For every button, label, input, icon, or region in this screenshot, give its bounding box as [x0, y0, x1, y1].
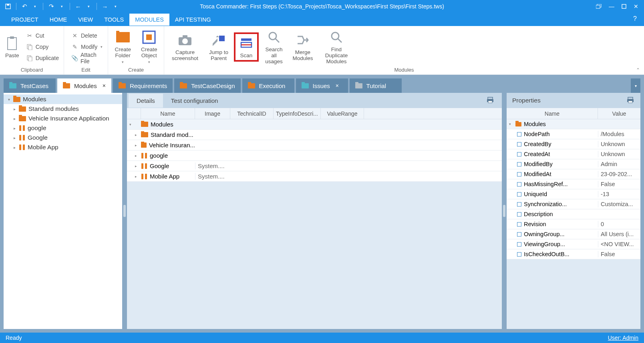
- create-folder-button[interactable]: Create Folder ▾: [111, 28, 135, 66]
- back-dropdown-icon[interactable]: ▾: [85, 2, 93, 10]
- paste-button[interactable]: Paste: [2, 34, 22, 60]
- redo-dropdown-icon[interactable]: ▾: [58, 2, 66, 10]
- print-icon[interactable]: [627, 97, 634, 103]
- tree-item[interactable]: ▸google: [4, 123, 122, 133]
- cut-button[interactable]: ✂Cut: [24, 30, 61, 41]
- tab-issues[interactable]: Issues×: [296, 78, 348, 93]
- redo-icon[interactable]: ↷: [47, 2, 55, 10]
- tab-requirements[interactable]: Requirements: [113, 78, 173, 93]
- expander-icon[interactable]: ▸: [12, 136, 16, 140]
- tab-testcasedesign[interactable]: TestCaseDesign: [174, 78, 240, 93]
- property-row[interactable]: IsCheckedOutB...False: [507, 249, 640, 259]
- grid-row[interactable]: ▸Vehicle Insuran...: [127, 140, 502, 150]
- tree-item[interactable]: ▸Standard modules: [4, 104, 122, 114]
- close-icon[interactable]: ✕: [634, 3, 638, 10]
- property-row[interactable]: OwningGroup...All Users (i...: [507, 229, 640, 239]
- tab-modules[interactable]: Modules×: [57, 78, 111, 93]
- menu-api-testing[interactable]: API TESTING: [169, 14, 217, 26]
- print-icon[interactable]: [487, 97, 494, 103]
- property-row[interactable]: NodePath/Modules: [507, 129, 640, 139]
- tree-item[interactable]: ▾Modules: [4, 94, 122, 104]
- tab-testcases[interactable]: TestCases: [4, 78, 56, 93]
- col-technicalid[interactable]: TechnicalID: [230, 108, 274, 119]
- splitter-right[interactable]: [502, 93, 507, 329]
- expander-icon[interactable]: ▸: [12, 126, 16, 130]
- col-typeinfo[interactable]: TypeInfoDescri...: [274, 108, 321, 119]
- tab-details[interactable]: Details: [129, 94, 163, 108]
- expander-icon[interactable]: ▸: [135, 175, 138, 179]
- collapse-ribbon-icon[interactable]: ⌃: [636, 67, 640, 73]
- col-valuerange[interactable]: ValueRange: [321, 108, 364, 119]
- merge-modules-button[interactable]: Merge Modules: [289, 31, 316, 63]
- grid-row[interactable]: ▸GoogleSystem....: [127, 161, 502, 171]
- tab-execution[interactable]: Execution: [242, 78, 294, 93]
- property-row[interactable]: HasMissingRef...False: [507, 179, 640, 189]
- search-all-usages-button[interactable]: Search all usages: [260, 28, 288, 66]
- menu-tools[interactable]: TOOLS: [99, 14, 129, 26]
- property-row[interactable]: Synchronizatio...Customiza...: [507, 199, 640, 209]
- grid-row[interactable]: ▾Modules: [127, 119, 502, 130]
- expander-icon[interactable]: ▸: [12, 116, 16, 121]
- copy-button[interactable]: Copy: [24, 42, 61, 52]
- undo-icon[interactable]: ↶: [20, 2, 28, 10]
- expander-icon[interactable]: ▾: [509, 122, 513, 126]
- jump-to-parent-button[interactable]: Jump to Parent: [205, 31, 232, 63]
- delete-button[interactable]: ✕Delete: [69, 30, 105, 41]
- tree-item[interactable]: ▸Mobile App: [4, 142, 122, 152]
- menu-view[interactable]: VIEW: [72, 14, 99, 26]
- property-row[interactable]: UniqueId-13: [507, 189, 640, 199]
- status-user[interactable]: User: Admin: [608, 335, 638, 341]
- splitter-left[interactable]: [122, 93, 127, 329]
- back-icon[interactable]: ←: [74, 2, 82, 10]
- property-row[interactable]: ModifiedByAdmin: [507, 159, 640, 169]
- menu-project[interactable]: PROJECT: [6, 14, 44, 26]
- property-row[interactable]: ViewingGroup...<NO VIEW...: [507, 239, 640, 249]
- grid-row[interactable]: ▸google: [127, 150, 502, 161]
- property-row[interactable]: Revision0: [507, 219, 640, 229]
- prop-col-name[interactable]: Name: [507, 108, 598, 119]
- property-row[interactable]: CreatedByUnknown: [507, 139, 640, 149]
- forward-icon[interactable]: →: [101, 2, 109, 10]
- modify-button[interactable]: ✎Modify▾: [69, 42, 105, 52]
- property-row[interactable]: ▾Modules: [507, 119, 640, 129]
- undo-dropdown-icon[interactable]: ▾: [31, 2, 39, 10]
- menu-modules[interactable]: MODULES: [129, 14, 169, 26]
- grid-row[interactable]: ▸Mobile AppSystem....: [127, 171, 502, 182]
- help-icon[interactable]: ?: [633, 15, 637, 22]
- close-icon[interactable]: ×: [336, 82, 339, 89]
- property-row[interactable]: CreatedAtUnknown: [507, 149, 640, 159]
- duplicate-button[interactable]: Duplicate: [24, 53, 61, 63]
- property-row[interactable]: Description: [507, 209, 640, 219]
- save-icon[interactable]: [4, 2, 12, 10]
- tree-item[interactable]: ▸Google: [4, 133, 122, 142]
- prop-col-value[interactable]: Value: [598, 108, 640, 119]
- expander-icon[interactable]: ▸: [135, 164, 138, 168]
- property-row[interactable]: ModifiedAt23-09-202...: [507, 169, 640, 179]
- expander-icon[interactable]: ▸: [135, 133, 138, 137]
- tabs-overflow-icon[interactable]: ▾: [631, 78, 640, 93]
- forward-dropdown-icon[interactable]: ▾: [111, 2, 119, 10]
- minimize-icon[interactable]: —: [609, 3, 614, 10]
- grid-row[interactable]: ▸Standard mod...: [127, 130, 502, 140]
- attach-file-button[interactable]: 📎Attach File: [69, 53, 105, 63]
- tree-item[interactable]: ▸Vehicle Insurance Application: [4, 114, 122, 123]
- create-object-button[interactable]: Create Object ▾: [137, 28, 162, 66]
- svg-rect-26: [488, 101, 492, 103]
- capture-screenshot-button[interactable]: Capture screenshot: [167, 31, 203, 63]
- col-image[interactable]: Image: [195, 108, 230, 119]
- expander-icon[interactable]: ▸: [12, 145, 16, 150]
- expander-icon[interactable]: ▸: [135, 154, 138, 158]
- tab-test-configuration[interactable]: Test configuration: [163, 94, 226, 108]
- maximize-icon[interactable]: [622, 4, 626, 9]
- expander-icon[interactable]: ▸: [135, 143, 138, 147]
- find-duplicate-modules-button[interactable]: Find Duplicate Modules: [318, 28, 355, 66]
- col-name[interactable]: Name: [141, 108, 195, 119]
- expander-icon[interactable]: ▾: [7, 97, 11, 102]
- expander-icon[interactable]: ▸: [12, 107, 16, 111]
- close-icon[interactable]: ×: [103, 82, 106, 89]
- scan-button[interactable]: Scan: [234, 32, 259, 62]
- tab-tutorial[interactable]: Tutorial: [350, 78, 402, 93]
- expander-icon[interactable]: ▾: [129, 122, 133, 126]
- menu-home[interactable]: HOME: [44, 14, 73, 26]
- restore-down-icon[interactable]: [596, 4, 602, 9]
